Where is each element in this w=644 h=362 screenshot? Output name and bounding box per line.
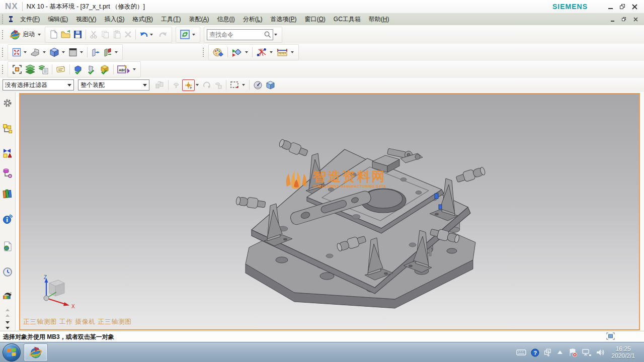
visual-palette-button[interactable]	[1, 290, 14, 302]
selection-filter-select[interactable]: 没有选择过滤器	[3, 79, 74, 90]
undo-button[interactable]	[138, 29, 156, 40]
fit-view-dropdown-caret[interactable]	[24, 51, 27, 53]
restore-button[interactable]	[619, 3, 626, 10]
close-button[interactable]	[631, 3, 638, 10]
layer-settings-button[interactable]	[37, 63, 50, 75]
check-solid-button[interactable]	[72, 63, 85, 75]
layer-stack-button[interactable]	[24, 63, 37, 75]
menu-drag-handle[interactable]	[2, 15, 5, 24]
shaded-style-button[interactable]	[67, 47, 79, 58]
measure-dropdown-caret[interactable]	[291, 51, 294, 53]
section-plane-button[interactable]	[102, 47, 114, 58]
menu-item-view[interactable]: 视图(V)	[72, 13, 100, 25]
taskbar-clock[interactable]: 16:25 2020/2/1	[611, 345, 635, 359]
constraint-navigator-button[interactable]	[1, 148, 14, 160]
menu-item-file[interactable]: 文件(F)	[16, 13, 44, 25]
new-file-button[interactable]	[48, 29, 59, 40]
open-button[interactable]	[59, 29, 72, 40]
action-center-flag-icon[interactable]	[568, 348, 578, 357]
history-web-button[interactable]	[1, 240, 14, 252]
toolbar-drag-handle[interactable]	[2, 65, 5, 74]
toolbar-drag-handle[interactable]	[2, 48, 5, 57]
graphics-window[interactable]: 智造资料网 INTELLIGENT MANUFACTURING DATA Z X	[19, 93, 640, 330]
snap-point-dropdown-caret[interactable]	[196, 84, 199, 86]
visual-effects-button[interactable]	[230, 46, 244, 58]
menu-item-preferences[interactable]: 首选项(P)	[266, 13, 300, 25]
input-keyboard-icon[interactable]	[516, 349, 526, 356]
cad-model[interactable]	[20, 94, 637, 327]
snap-point-button[interactable]	[182, 79, 195, 91]
text-tool-button[interactable]: ABC	[116, 63, 132, 75]
redo-arrow-icon	[158, 30, 168, 39]
menu-item-information[interactable]: 信息(I)	[213, 13, 238, 25]
section-dropdown-caret[interactable]	[115, 51, 118, 53]
visual-effects-dropdown-caret[interactable]	[245, 51, 248, 53]
check-body-button[interactable]	[98, 63, 111, 75]
internet-explorer-button[interactable]	[1, 213, 14, 225]
selection-scope-select[interactable]: 整个装配	[78, 79, 149, 90]
doc-close-button[interactable]	[632, 16, 639, 23]
move-component-button[interactable]	[11, 63, 24, 75]
part-navigator-button[interactable]	[1, 167, 14, 179]
text-tool-dropdown-caret[interactable]	[133, 68, 136, 70]
check-analysis-button[interactable]	[85, 63, 98, 75]
orient-gauge-button[interactable]	[252, 79, 264, 91]
restore-windows-tray-icon[interactable]	[544, 348, 552, 356]
start-button[interactable]	[3, 343, 21, 361]
undo-arrow-icon	[139, 30, 149, 39]
launch-button[interactable]: 启动	[8, 29, 45, 41]
assembly-navigator-button[interactable]	[1, 123, 14, 135]
scroll-up-page-icon[interactable]	[6, 314, 10, 317]
find-dropdown-caret[interactable]	[274, 34, 277, 36]
clip-section-button[interactable]	[90, 47, 102, 58]
isometric-view-button[interactable]	[48, 46, 61, 58]
menu-item-assemblies[interactable]: 装配(A)	[185, 13, 213, 25]
menu-item-gc-toolbox[interactable]: GC工具箱	[330, 13, 365, 25]
snapshot-button[interactable]	[606, 332, 615, 341]
shaded-style-dropdown-caret[interactable]	[80, 51, 83, 53]
menu-item-help[interactable]: 帮助(H)	[365, 13, 393, 25]
help-tray-icon[interactable]: ?	[531, 348, 539, 357]
menu-item-edit[interactable]: 编辑(E)	[44, 13, 72, 25]
taskbar-nx-button[interactable]	[24, 343, 48, 361]
show-solid-button[interactable]	[264, 79, 277, 91]
volume-tray-icon[interactable]	[596, 348, 605, 356]
menu-item-window[interactable]: 窗口(O)	[300, 13, 329, 25]
show-hidden-icons-button[interactable]	[556, 349, 564, 355]
isometric-dropdown-caret[interactable]	[62, 51, 65, 53]
scroll-up-icon[interactable]	[6, 309, 10, 311]
roles-gear-button[interactable]	[1, 97, 14, 109]
part-display-dropdown-caret[interactable]	[43, 51, 46, 53]
network-tray-icon[interactable]	[582, 348, 592, 356]
part-display-button[interactable]	[29, 47, 42, 58]
orientation-triad[interactable]: Z X	[35, 274, 80, 310]
annotation-note-button[interactable]	[54, 64, 67, 75]
save-button[interactable]	[72, 29, 84, 40]
minimize-button[interactable]	[607, 3, 614, 10]
undo-dropdown-caret[interactable]	[150, 34, 153, 36]
marquee-select-button[interactable]	[228, 80, 241, 90]
reuse-library-button[interactable]	[1, 188, 14, 200]
menu-item-insert[interactable]: 插入(S)	[100, 13, 128, 25]
measure-button[interactable]	[275, 46, 290, 58]
menu-item-format[interactable]: 格式(R)	[128, 13, 157, 25]
layer-stack-icon	[25, 64, 35, 74]
true-shading-button[interactable]	[211, 46, 225, 58]
doc-minimize-button[interactable]	[609, 16, 616, 23]
launch-dropdown-caret[interactable]	[38, 34, 41, 36]
history-clock-button[interactable]	[1, 266, 14, 278]
fit-window-button[interactable]	[179, 29, 191, 40]
scroll-down-icon[interactable]	[6, 321, 10, 324]
toolbar-drag-handle[interactable]	[2, 30, 5, 39]
menu-item-analysis[interactable]: 分析(L)	[239, 13, 267, 25]
interference-dropdown-caret[interactable]	[270, 51, 273, 53]
scroll-down-page-icon[interactable]	[6, 327, 10, 329]
interference-check-button[interactable]	[255, 46, 269, 58]
toolbar-drag-handle[interactable]	[203, 48, 206, 57]
show-solid-cube-icon	[266, 80, 275, 90]
fit-window-dropdown-caret[interactable]	[192, 34, 195, 36]
doc-restore-button[interactable]	[620, 16, 627, 23]
menu-item-tools[interactable]: 工具(T)	[157, 13, 185, 25]
fit-view-button[interactable]	[11, 47, 23, 58]
marquee-dropdown-caret[interactable]	[242, 84, 245, 86]
